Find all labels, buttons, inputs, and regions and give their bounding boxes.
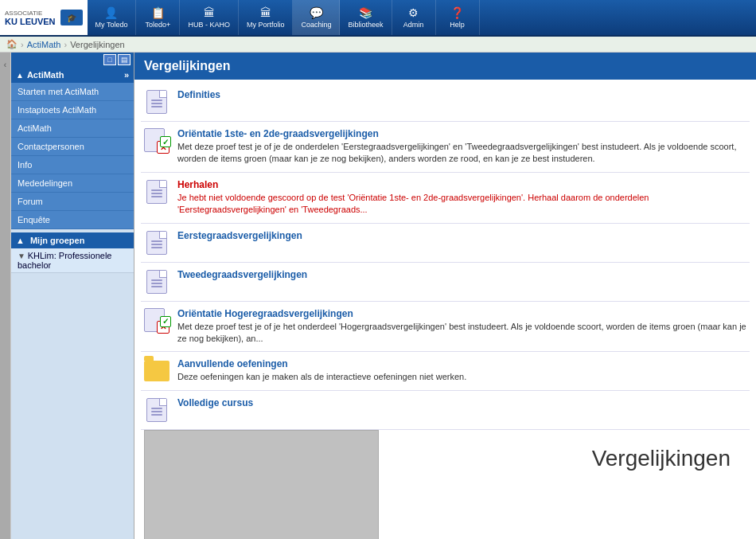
content-item-volledige-cursus: Volledige cursus: [141, 391, 750, 430]
home-icon[interactable]: 🏠: [6, 39, 18, 49]
item-title-herhalen[interactable]: Herhalen: [177, 179, 218, 190]
doc-icon: [144, 397, 170, 423]
sidebar-item-actimath[interactable]: ActiMath: [11, 119, 134, 138]
page-title: Vergelijkingen: [134, 53, 756, 80]
nav-item-my-toledo[interactable]: 👤My Toledo: [88, 0, 137, 35]
sidebar-groups: ▼ KHLim: Professionele bachelor: [11, 248, 134, 273]
sidebar-item-enquete[interactable]: Enquête: [11, 211, 134, 229]
document-icon: [146, 398, 167, 422]
associatie-label: ASSOCIATIE: [5, 10, 56, 17]
sidebar-section-header[interactable]: ▲ ActiMath »: [11, 67, 134, 83]
sidebar-toggle-bar: □ ▤: [11, 53, 134, 67]
doc-lines: [151, 100, 162, 107]
item-title-definities[interactable]: Definities: [177, 89, 220, 100]
check-badge-icon: ✓: [160, 136, 171, 147]
nav-label-help: Help: [450, 21, 465, 29]
item-title-tweedegraads[interactable]: Tweedegraadsvergelijkingen: [177, 269, 307, 280]
content-item-herhalen: HerhalenJe hebt niet voldoende gescoord …: [141, 173, 750, 224]
item-desc-orientatie-1ste-2de: Met deze proef test je of je de onderdel…: [177, 141, 746, 166]
content-item-definities: Definities: [141, 83, 750, 122]
nav-item-my-portfolio[interactable]: 🏛My Portfolio: [239, 0, 294, 35]
doc-line-2: [151, 103, 162, 104]
item-title-aanvullende[interactable]: Aanvullende oefeningen: [177, 358, 288, 369]
check-badge-icon: ✓: [160, 316, 171, 327]
content-item-orientatie-1ste-2de: ✕ ✓ Oriëntatie 1ste- en 2de-graadsvergel…: [141, 122, 750, 173]
content-item-orientatie-hoger: ✕ ✓ Oriëntatie Hogeregraadsvergelijkinge…: [141, 302, 750, 353]
sidebar-item-forum[interactable]: Forum: [11, 193, 134, 211]
breadcrumb-actimath[interactable]: ActiMath: [27, 40, 61, 49]
doc-lines: [151, 279, 162, 287]
doc-line-3: [151, 414, 162, 416]
breadcrumb-sep-2: ›: [64, 40, 67, 49]
nav-item-toledo-plus[interactable]: 📋Toledo+: [136, 0, 180, 35]
breadcrumb-sep-1: ›: [21, 40, 24, 49]
doc-line-1: [151, 189, 162, 191]
document-icon: [146, 90, 167, 114]
doc-line-3: [151, 247, 162, 248]
sidebar-item-instaptoets[interactable]: Instaptoets ActiMath: [11, 101, 134, 119]
nav-item-admin[interactable]: ⚙Admin: [392, 0, 436, 35]
collapse-icon: ▲: [16, 71, 24, 80]
nav-label-hub-kaho: HUB - KAHO: [188, 21, 230, 29]
content-item-aanvullende: Aanvullende oefeningenDeze oefeningen ka…: [141, 352, 750, 391]
sidebar-item-info[interactable]: Info: [11, 156, 134, 174]
sidebar-toggle-btn-2[interactable]: ▤: [118, 54, 131, 65]
check-mark-icon: ✓: [162, 138, 169, 146]
doc-lines: [151, 408, 162, 416]
nav-label-my-portfolio: My Portfolio: [247, 21, 285, 29]
nav-item-help[interactable]: ❓Help: [436, 0, 480, 35]
item-title-orientatie-hoger[interactable]: Oriëntatie Hogeregraadsvergelijkingen: [177, 308, 353, 319]
item-text-definities: Definities: [177, 89, 746, 100]
content-item-tweedegraads: Tweedegraadsvergelijkingen: [141, 263, 750, 302]
item-title-eerstegraads[interactable]: Eerstegraadsvergelijkingen: [177, 230, 302, 241]
doc-line-2: [151, 283, 162, 284]
item-text-eerstegraads: Eerstegraadsvergelijkingen: [177, 230, 746, 241]
doc-lines: [151, 240, 162, 248]
sidebar-group-khlim[interactable]: ▼ KHLim: Professionele bachelor: [11, 248, 134, 273]
sidebar-section-arrow: »: [124, 70, 129, 80]
item-desc-orientatie-hoger: Met deze proef test je of je het onderde…: [177, 321, 746, 346]
nav-label-coaching: Coaching: [301, 21, 331, 29]
nav-label-my-toledo: My Toledo: [95, 21, 128, 29]
doc-icon: [144, 89, 170, 115]
test-icon: ✕ ✓: [144, 308, 170, 334]
document-icon: [146, 180, 167, 204]
sidebar-item-starten[interactable]: Starten met ActiMath: [11, 83, 134, 101]
sidebar-menu: Starten met ActiMathInstaptoets ActiMath…: [11, 83, 134, 229]
my-groups-title: Mijn groepen: [30, 236, 84, 245]
doc-icon: [144, 230, 170, 256]
nav-label-admin: Admin: [403, 21, 424, 29]
item-title-orientatie-1ste-2de[interactable]: Oriëntatie 1ste- en 2de-graadsvergelijki…: [177, 128, 379, 139]
doc-icon: [144, 179, 170, 205]
item-text-orientatie-1ste-2de: Oriëntatie 1ste- en 2de-graadsvergelijki…: [177, 128, 746, 166]
logo: ASSOCIATIE KU LEUVEN 🎓: [0, 0, 88, 35]
preview-big-text: Vergelijkingen: [592, 446, 731, 471]
nav-label-toledo-plus: Toledo+: [146, 21, 171, 29]
doc-line-3: [151, 106, 162, 107]
sidebar-groups-header[interactable]: ▲ Mijn groepen: [11, 232, 134, 248]
doc-line-2: [151, 411, 162, 412]
nav-icon-admin: ⚙: [408, 6, 419, 19]
item-title-volledige-cursus[interactable]: Volledige cursus: [177, 397, 253, 408]
sidebar-section-title: ActiMath: [27, 70, 64, 80]
item-text-tweedegraads: Tweedegraadsvergelijkingen: [177, 269, 746, 280]
sidebar-item-mededelingen[interactable]: Mededelingen: [11, 174, 134, 193]
nav-item-hub-kaho[interactable]: 🏛HUB - KAHO: [180, 0, 239, 35]
item-text-herhalen: HerhalenJe hebt niet voldoende gescoord …: [177, 179, 746, 217]
nav-item-coaching[interactable]: 💬Coaching: [293, 0, 340, 35]
nav-item-bibliotheek[interactable]: 📚Bibliotheek: [340, 0, 392, 35]
item-text-aanvullende: Aanvullende oefeningenDeze oefeningen ka…: [177, 358, 746, 383]
item-text-orientatie-hoger: Oriëntatie HogeregraadsvergelijkingenMet…: [177, 308, 746, 346]
preview-area: Vergelijkingen: [144, 430, 746, 539]
sidebar-collapse-button[interactable]: ‹: [0, 53, 11, 539]
document-icon: [146, 270, 167, 294]
sidebar: □ ▤ ▲ ActiMath » Starten met ActiMathIns…: [11, 53, 134, 539]
item-desc-aanvullende: Deze oefeningen kan je maken als de inte…: [177, 371, 746, 383]
sidebar-toggle-btn-1[interactable]: □: [103, 54, 116, 65]
content-area: Vergelijkingen Definities ✕ ✓ Oriëntatie…: [134, 53, 756, 539]
ku-leuven-label: KU LEUVEN: [5, 17, 56, 26]
doc-line-2: [151, 244, 162, 245]
sidebar-item-contactpersonen[interactable]: Contactpersonen: [11, 138, 134, 156]
logo-icon: 🎓: [60, 10, 83, 25]
breadcrumb: 🏠 › ActiMath › Vergelijkingen: [0, 37, 756, 53]
